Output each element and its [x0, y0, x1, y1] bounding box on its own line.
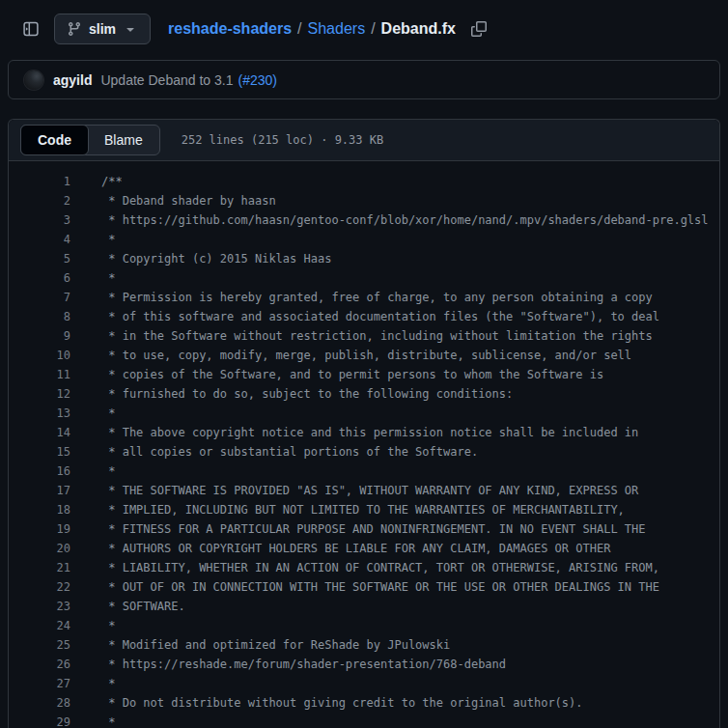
code-line-row: 16 * — [9, 462, 719, 481]
line-number[interactable]: 24 — [9, 616, 70, 635]
code-line-text: * — [70, 713, 115, 728]
breadcrumb-repo-link[interactable]: reshade-shaders — [168, 20, 292, 38]
line-number[interactable]: 21 — [9, 558, 70, 577]
breadcrumb-separator: / — [297, 20, 301, 38]
code-line-text: * of this software and associated docume… — [70, 307, 659, 326]
panel-expand-icon — [23, 21, 39, 37]
code-line-row: 8 * of this software and associated docu… — [9, 307, 719, 326]
breadcrumb-folder-link[interactable]: Shaders — [308, 20, 366, 38]
code-line-row: 13 * — [9, 404, 719, 423]
line-number[interactable]: 9 — [9, 326, 70, 346]
code-line-text: /** — [70, 172, 123, 191]
code-line-row: 23 * SOFTWARE. — [9, 597, 719, 616]
code-line-row: 1/** — [9, 172, 719, 191]
code-line-row: 10 * to use, copy, modify, merge, publis… — [9, 346, 719, 365]
code-line-text: * to use, copy, modify, merge, publish, … — [70, 346, 631, 365]
line-number[interactable]: 7 — [9, 288, 70, 307]
breadcrumb-separator: / — [371, 20, 375, 38]
line-number[interactable]: 11 — [9, 365, 70, 384]
line-number[interactable]: 3 — [9, 210, 70, 230]
code-line-text: * Modified and optimized for ReShade by … — [70, 635, 450, 655]
line-number[interactable]: 8 — [9, 307, 70, 326]
code-line-text: * all copies or substantial portions of … — [70, 442, 478, 462]
code-viewer: 1/**2 * Deband shader by haasn3 * https:… — [9, 161, 719, 728]
code-line-row: 28 * Do not distribute without giving cr… — [9, 693, 719, 713]
line-number[interactable]: 12 — [9, 384, 70, 404]
breadcrumb-file-name: Deband.fx — [381, 20, 456, 38]
file-view-topbar: slim reshade-shaders / Shaders / Deband.… — [0, 0, 728, 44]
line-number[interactable]: 14 — [9, 423, 70, 442]
line-number[interactable]: 10 — [9, 346, 70, 365]
code-line-row: 25 * Modified and optimized for ReShade … — [9, 635, 719, 655]
code-line-row: 29 * — [9, 713, 719, 728]
line-number[interactable]: 29 — [9, 713, 70, 728]
line-number[interactable]: 16 — [9, 462, 70, 481]
code-line-text: * — [70, 674, 115, 693]
line-number[interactable]: 20 — [9, 539, 70, 558]
copy-icon — [471, 21, 487, 37]
line-number[interactable]: 4 — [9, 230, 70, 249]
line-number[interactable]: 6 — [9, 268, 70, 288]
commit-message: Update Deband to 3.1 — [100, 72, 233, 88]
branch-name: slim — [89, 21, 116, 37]
line-number[interactable]: 26 — [9, 655, 70, 674]
code-line-text: * FITNESS FOR A PARTICULAR PURPOSE AND N… — [70, 519, 646, 539]
code-line-text: * OUT OF OR IN CONNECTION WITH THE SOFTW… — [70, 577, 659, 597]
code-line-row: 12 * furnished to do so, subject to the … — [9, 384, 719, 404]
line-number[interactable]: 25 — [9, 635, 70, 655]
code-line-row: 7 * Permission is hereby granted, free o… — [9, 288, 719, 307]
code-line-text: * Deband shader by haasn — [70, 191, 276, 210]
commit-author-name[interactable]: agyild — [53, 72, 92, 88]
code-line-row: 11 * copies of the Software, and to perm… — [9, 365, 719, 384]
line-number[interactable]: 13 — [9, 404, 70, 423]
line-number[interactable]: 15 — [9, 442, 70, 462]
tab-code[interactable]: Code — [20, 125, 89, 155]
line-number[interactable]: 23 — [9, 597, 70, 616]
line-number[interactable]: 28 — [9, 693, 70, 713]
code-line-row: 9 * in the Software without restriction,… — [9, 326, 719, 346]
code-line-row: 5 * Copyright (c) 2015 Niklas Haas — [9, 249, 719, 268]
line-number[interactable]: 18 — [9, 500, 70, 519]
file-meta-info: 252 lines (215 loc) · 9.33 KB — [182, 133, 384, 147]
code-line-text: * in the Software without restriction, i… — [70, 326, 653, 346]
commit-author-avatar[interactable] — [24, 70, 43, 90]
code-line-row: 14 * The above copyright notice and this… — [9, 423, 719, 442]
line-number[interactable]: 2 — [9, 191, 70, 210]
code-line-row: 19 * FITNESS FOR A PARTICULAR PURPOSE AN… — [9, 519, 719, 539]
code-line-text: * — [70, 404, 115, 423]
tab-blame[interactable]: Blame — [88, 126, 159, 154]
code-line-text: * The above copyright notice and this pe… — [70, 423, 638, 442]
line-number[interactable]: 22 — [9, 577, 70, 597]
code-line-text: * SOFTWARE. — [70, 597, 185, 616]
code-line-text: * AUTHORS OR COPYRIGHT HOLDERS BE LIABLE… — [70, 539, 610, 558]
line-number[interactable]: 27 — [9, 674, 70, 693]
code-line-text: * THE SOFTWARE IS PROVIDED "AS IS", WITH… — [70, 481, 638, 500]
code-line-text: * furnished to do so, subject to the fol… — [70, 384, 513, 404]
line-number[interactable]: 5 — [9, 249, 70, 268]
line-number[interactable]: 17 — [9, 481, 70, 500]
code-line-text: * IMPLIED, INCLUDING BUT NOT LIMITED TO … — [70, 500, 625, 519]
git-branch-icon — [67, 21, 82, 37]
breadcrumb: reshade-shaders / Shaders / Deband.fx — [168, 20, 456, 38]
code-line-row: 27 * — [9, 674, 719, 693]
file-content-header: Code Blame 252 lines (215 loc) · 9.33 KB — [9, 120, 719, 161]
branch-selector-button[interactable]: slim — [54, 14, 151, 44]
code-line-row: 24 * — [9, 616, 719, 635]
line-number[interactable]: 1 — [9, 172, 70, 191]
code-line-row: 2 * Deband shader by haasn — [9, 191, 719, 210]
code-line-text: * LIABILITY, WHETHER IN AN ACTION OF CON… — [70, 558, 659, 577]
code-blame-segmented-control: Code Blame — [20, 125, 160, 155]
file-content-box: Code Blame 252 lines (215 loc) · 9.33 KB… — [8, 119, 720, 728]
copy-path-button[interactable] — [465, 15, 492, 42]
code-line-row: 18 * IMPLIED, INCLUDING BUT NOT LIMITED … — [9, 500, 719, 519]
code-line-row: 22 * OUT OF OR IN CONNECTION WITH THE SO… — [9, 577, 719, 597]
code-line-row: 20 * AUTHORS OR COPYRIGHT HOLDERS BE LIA… — [9, 539, 719, 558]
code-line-row: 21 * LIABILITY, WHETHER IN AN ACTION OF … — [9, 558, 719, 577]
line-number[interactable]: 19 — [9, 519, 70, 539]
code-line-text: * copies of the Software, and to permit … — [70, 365, 603, 384]
file-tree-toggle-button[interactable] — [15, 14, 46, 44]
code-line-text: * https://github.com/haasn/gentoo-conf/b… — [70, 210, 709, 230]
code-line-row: 3 * https://github.com/haasn/gentoo-conf… — [9, 210, 719, 230]
commit-pr-link[interactable]: (#230) — [238, 72, 276, 88]
code-line-text: * Do not distribute without giving credi… — [70, 693, 583, 713]
